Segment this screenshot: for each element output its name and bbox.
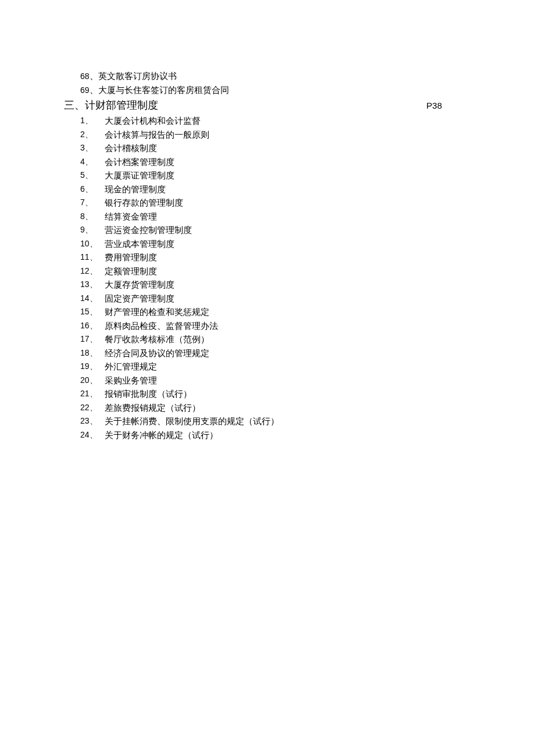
item-number: 68 xyxy=(80,71,90,81)
item-number: 16、 xyxy=(80,320,105,333)
item-text: 报销审批制度（试行） xyxy=(105,388,192,401)
list-item: 8、结算资金管理 xyxy=(80,210,477,224)
list-item: 10、营业成本管理制度 xyxy=(80,238,477,251)
list-item: 3、会计稽核制度 xyxy=(80,142,477,155)
item-number: 22、 xyxy=(80,402,105,415)
item-text: 采购业务管理 xyxy=(105,374,157,388)
section-page-number: P38 xyxy=(426,99,442,113)
list-item: 14、固定资产管理制度 xyxy=(80,292,477,306)
list-item: 20、采购业务管理 xyxy=(80,374,477,388)
item-number: 5、 xyxy=(80,169,105,182)
item-text: 差旅费报销规定（试行） xyxy=(105,402,201,415)
list-item: 11、费用管理制度 xyxy=(80,251,477,264)
item-number: 7、 xyxy=(80,196,105,210)
item-text: 大厦会计机构和会计监督 xyxy=(105,114,201,128)
list-item: 21、报销审批制度（试行） xyxy=(80,388,477,401)
item-number: 19、 xyxy=(80,360,105,374)
item-text: 营运资金控制管理制度 xyxy=(105,224,192,237)
list-item: 6、现金的管理制度 xyxy=(80,183,477,196)
item-number: 13、 xyxy=(80,278,105,292)
list-item: 15、财产管理的检查和奖惩规定 xyxy=(80,306,477,319)
item-separator: 、 xyxy=(90,71,98,81)
sub-items-list: 1、大厦会计机构和会计监督 2、会计核算与报告的一般原则 3、会计稽核制度 4、… xyxy=(80,114,477,442)
list-item: 68、英文散客订房协议书 xyxy=(80,70,477,83)
item-number: 3、 xyxy=(80,142,105,155)
item-number: 24、 xyxy=(80,429,105,442)
list-item: 69、大厦与长住客签订的客房租赁合同 xyxy=(80,84,477,97)
item-text: 费用管理制度 xyxy=(105,251,157,264)
previous-items-list: 68、英文散客订房协议书 69、大厦与长住客签订的客房租赁合同 xyxy=(80,70,477,96)
item-text: 银行存款的管理制度 xyxy=(105,196,183,210)
item-text: 关于财务冲帐的规定（试行） xyxy=(105,429,218,442)
item-number: 14、 xyxy=(80,292,105,306)
item-number: 21、 xyxy=(80,388,105,401)
list-item: 2、会计核算与报告的一般原则 xyxy=(80,128,477,142)
list-item: 19、外汇管理规定 xyxy=(80,360,477,374)
item-text: 大厦存货管理制度 xyxy=(105,278,174,292)
item-number: 10、 xyxy=(80,238,105,251)
list-item: 24、关于财务冲帐的规定（试行） xyxy=(80,429,477,442)
section-title: 三、计财部管理制度 xyxy=(64,98,158,113)
item-text: 关于挂帐消费、限制使用支票的规定（试行） xyxy=(105,415,279,428)
item-text: 会计档案管理制度 xyxy=(105,156,174,169)
item-number: 69 xyxy=(80,85,90,95)
list-item: 22、差旅费报销规定（试行） xyxy=(80,402,477,415)
item-text: 经济合同及协议的管理规定 xyxy=(105,347,209,360)
item-text: 大厦与长住客签订的客房租赁合同 xyxy=(98,85,229,95)
item-text: 财产管理的检查和奖惩规定 xyxy=(105,306,209,319)
item-text: 现金的管理制度 xyxy=(105,183,166,196)
list-item: 17、餐厅收款考核标准（范例） xyxy=(80,333,477,346)
item-number: 11、 xyxy=(80,251,105,264)
item-number: 9、 xyxy=(80,224,105,237)
item-number: 15、 xyxy=(80,306,105,319)
item-text: 大厦票证管理制度 xyxy=(105,169,174,182)
list-item: 9、营运资金控制管理制度 xyxy=(80,224,477,237)
list-item: 18、经济合同及协议的管理规定 xyxy=(80,347,477,360)
item-number: 12、 xyxy=(80,265,105,278)
item-text: 固定资产管理制度 xyxy=(105,292,174,306)
item-text: 会计核算与报告的一般原则 xyxy=(105,128,209,142)
item-text: 营业成本管理制度 xyxy=(105,238,174,251)
list-item: 16、原料肉品检疫、监督管理办法 xyxy=(80,320,477,333)
list-item: 23、关于挂帐消费、限制使用支票的规定（试行） xyxy=(80,415,477,428)
item-number: 17、 xyxy=(80,333,105,346)
list-item: 12、定额管理制度 xyxy=(80,265,477,278)
section-header-row: 三、计财部管理制度 P38 xyxy=(64,98,477,113)
item-text: 定额管理制度 xyxy=(105,265,157,278)
item-number: 20、 xyxy=(80,374,105,388)
list-item: 1、大厦会计机构和会计监督 xyxy=(80,114,477,128)
item-separator: 、 xyxy=(90,85,98,95)
item-text: 会计稽核制度 xyxy=(105,142,157,155)
item-number: 6、 xyxy=(80,183,105,196)
list-item: 4、会计档案管理制度 xyxy=(80,156,477,169)
item-number: 1、 xyxy=(80,114,105,128)
list-item: 13、大厦存货管理制度 xyxy=(80,278,477,292)
item-number: 4、 xyxy=(80,156,105,169)
list-item: 5、大厦票证管理制度 xyxy=(80,169,477,182)
item-number: 18、 xyxy=(80,347,105,360)
item-text: 餐厅收款考核标准（范例） xyxy=(105,333,209,346)
item-text: 结算资金管理 xyxy=(105,210,157,224)
item-number: 8、 xyxy=(80,210,105,224)
item-text: 原料肉品检疫、监督管理办法 xyxy=(105,320,218,333)
item-number: 2、 xyxy=(80,128,105,142)
list-item: 7、银行存款的管理制度 xyxy=(80,196,477,210)
item-number: 23、 xyxy=(80,415,105,428)
item-text: 外汇管理规定 xyxy=(105,360,157,374)
item-text: 英文散客订房协议书 xyxy=(98,71,177,81)
